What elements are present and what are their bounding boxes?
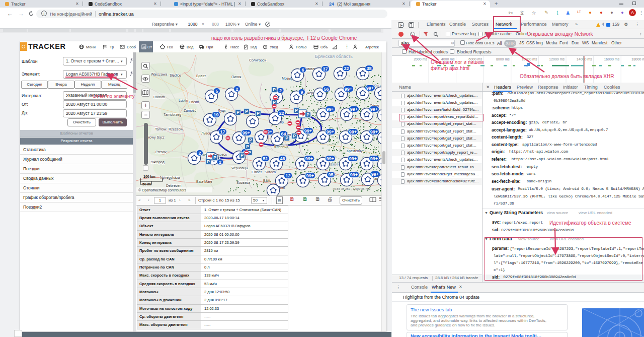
svg-text:P: P	[213, 155, 216, 160]
svg-text:P: P	[273, 87, 276, 92]
svg-text:10000 ms: 10000 ms	[522, 57, 537, 61]
svg-text:46.56 38.282 , 1 609 35.782: 46.56 38.282 , 1 609 35.782	[333, 187, 371, 190]
svg-text:12000 ms: 12000 ms	[549, 57, 565, 61]
svg-text:2: 2	[219, 160, 221, 165]
svg-text:2: 2	[235, 87, 238, 92]
svg-text:99+: 99+	[370, 156, 378, 161]
svg-text:Bălti: Bălti	[263, 179, 270, 182]
svg-text:50 mi: 50 mi	[142, 182, 151, 186]
svg-text:17: 17	[220, 129, 225, 134]
svg-text:99+: 99+	[327, 129, 334, 134]
svg-text:99+: 99+	[327, 107, 334, 112]
svg-text:6: 6	[301, 68, 304, 73]
svg-text:Rzeszów: Rzeszów	[169, 127, 183, 131]
svg-text:56: 56	[324, 87, 329, 92]
svg-text:99+: 99+	[350, 172, 358, 177]
svg-text:Soroca: Soroca	[265, 170, 276, 174]
svg-text:Prešov: Prešov	[155, 150, 167, 154]
svg-text:99+: 99+	[243, 130, 250, 136]
svg-text:Пинск: Пинск	[231, 75, 242, 79]
svg-text:99+: 99+	[366, 86, 374, 91]
svg-text:Edinet: Edinet	[252, 170, 262, 174]
svg-text:16000 ms: 16000 ms	[604, 57, 619, 61]
svg-text:99+: 99+	[370, 107, 378, 112]
svg-text:P: P	[249, 138, 252, 143]
svg-text:99+: 99+	[306, 173, 314, 178]
svg-text:P: P	[236, 110, 239, 115]
svg-text:Baia Mare: Baia Mare	[196, 180, 212, 183]
svg-text:Кременчуг: Кременчуг	[347, 149, 364, 153]
svg-text:18000 ms: 18000 ms	[631, 57, 644, 61]
svg-text:P: P	[306, 112, 309, 117]
svg-text:99+: 99+	[304, 128, 312, 133]
svg-text:Львов: Львов	[201, 131, 211, 135]
svg-text:Warszawa: Warszawa	[151, 73, 168, 76]
svg-text:Солигорск: Солигорск	[249, 58, 266, 62]
svg-text:100 km: 100 km	[143, 175, 155, 178]
svg-text:P: P	[295, 108, 298, 113]
svg-text:Siedlce: Siedlce	[170, 74, 181, 77]
svg-text:99+: 99+	[327, 156, 334, 161]
svg-text:95: 95	[328, 172, 333, 177]
svg-text:51: 51	[263, 156, 268, 161]
svg-text:99+: 99+	[350, 107, 358, 112]
svg-text:12: 12	[285, 173, 290, 178]
svg-text:Nyíregyháza: Nyíregyháza	[160, 176, 180, 180]
svg-text:99+: 99+	[305, 156, 313, 161]
svg-text:P: P	[293, 133, 296, 139]
svg-text:38: 38	[366, 66, 371, 71]
svg-text:99+: 99+	[371, 172, 379, 177]
svg-text:© OpenStreetMap contributors: © OpenStreetMap contributors	[138, 188, 187, 192]
svg-text:Zamość: Zamość	[184, 109, 196, 112]
svg-text:P: P	[245, 109, 248, 114]
svg-text:5: 5	[215, 89, 218, 94]
svg-text:46: 46	[280, 156, 285, 161]
svg-text:99+: 99+	[349, 129, 357, 134]
svg-text:14000 ms: 14000 ms	[577, 57, 592, 61]
svg-text:8000 ms: 8000 ms	[496, 57, 510, 61]
svg-text:Ужгород: Ужгород	[151, 160, 165, 164]
svg-text:P: P	[246, 144, 249, 149]
svg-text:2: 2	[279, 88, 282, 93]
svg-text:99+: 99+	[349, 156, 357, 161]
svg-text:Lublin: Lublin	[179, 99, 188, 102]
svg-text:2: 2	[198, 151, 201, 156]
svg-text:Брест: Брест	[196, 74, 206, 78]
svg-text:Chełm: Chełm	[189, 100, 199, 104]
svg-text:Брянская область: Брянская область	[315, 54, 353, 59]
svg-text:19: 19	[213, 112, 218, 117]
svg-text:Tarnów: Tarnów	[155, 127, 167, 131]
svg-text:P: P	[285, 136, 288, 141]
svg-text:P: P	[257, 111, 260, 116]
svg-text:Debrecen: Debrecen	[166, 184, 181, 187]
svg-text:Nowy Sącz: Nowy Sącz	[147, 136, 165, 140]
svg-text:Черновцы: Черновцы	[231, 166, 248, 170]
svg-text:2000 ms: 2000 ms	[414, 57, 427, 61]
svg-text:99+: 99+	[345, 87, 352, 92]
svg-text:Radom: Radom	[153, 95, 165, 99]
svg-text:Tarnobrzeg: Tarnobrzeg	[164, 113, 181, 117]
svg-text:P: P	[240, 153, 244, 158]
svg-text:99+: 99+	[370, 129, 378, 134]
svg-text:32: 32	[344, 66, 349, 71]
svg-text:9: 9	[300, 90, 303, 95]
svg-text:Suceava: Suceava	[236, 181, 250, 184]
svg-text:P: P	[207, 159, 210, 164]
svg-text:22: 22	[279, 111, 284, 116]
svg-text:37: 37	[323, 66, 328, 72]
